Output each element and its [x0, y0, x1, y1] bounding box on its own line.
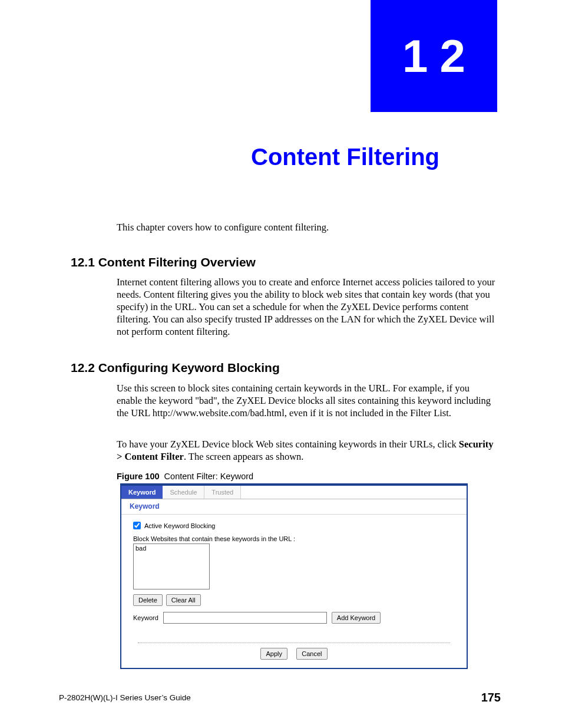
- section-body-12-2b: To have your ZyXEL Device block Web site…: [117, 438, 497, 463]
- figure-caption: Figure 100 Content Filter: Keyword: [117, 472, 253, 481]
- tab-bar: Keyword Schedule Trusted: [121, 486, 467, 499]
- text-suffix: . The screen appears as shown.: [184, 451, 304, 462]
- chapter-number-block: 12: [371, 0, 497, 112]
- action-row: Apply Cancel: [121, 643, 467, 668]
- chapter-title: Content Filtering: [0, 144, 501, 170]
- apply-button[interactable]: Apply: [260, 648, 287, 660]
- panel-body: Active Keyword Blocking Block Websites t…: [121, 515, 467, 631]
- figure-caption-text: Content Filter: Keyword: [164, 472, 254, 481]
- block-description: Block Websites that contain these keywor…: [133, 535, 455, 542]
- chapter-number: 12: [391, 29, 477, 83]
- section-heading-12-2: 12.2 Configuring Keyword Blocking: [71, 361, 280, 375]
- keyword-input-row: Keyword Add Keyword: [133, 612, 455, 624]
- keyword-input-label: Keyword: [133, 614, 158, 621]
- active-keyword-label: Active Keyword Blocking: [144, 522, 215, 529]
- chapter-intro: This chapter covers how to configure con…: [117, 221, 494, 233]
- tab-keyword[interactable]: Keyword: [121, 486, 163, 499]
- list-item[interactable]: bad: [135, 545, 207, 552]
- keyword-input[interactable]: [163, 612, 327, 624]
- text-prefix: To have your ZyXEL Device block Web site…: [117, 439, 459, 450]
- clear-all-button[interactable]: Clear All: [166, 594, 201, 606]
- active-keyword-row: Active Keyword Blocking: [133, 522, 455, 529]
- add-keyword-button[interactable]: Add Keyword: [332, 612, 381, 624]
- screenshot-content-filter: Keyword Schedule Trusted Keyword Active …: [120, 483, 468, 669]
- section-heading-12-1: 12.1 Content Filtering Overview: [71, 255, 256, 269]
- section-body-12-2a: Use this screen to block sites containin…: [117, 382, 497, 419]
- tab-trusted[interactable]: Trusted: [204, 486, 241, 499]
- active-keyword-checkbox[interactable]: [133, 522, 141, 529]
- keyword-listbox[interactable]: bad: [133, 543, 210, 589]
- delete-button[interactable]: Delete: [133, 594, 163, 606]
- figure-label: Figure 100: [117, 472, 160, 481]
- panel-title: Keyword: [121, 499, 467, 515]
- section-body-12-1: Internet content filtering allows you to…: [117, 276, 497, 338]
- footer-guide-name: P-2802H(W)(L)-I Series User’s Guide: [59, 693, 191, 702]
- cancel-button[interactable]: Cancel: [296, 648, 327, 660]
- tab-schedule[interactable]: Schedule: [163, 486, 204, 499]
- footer-page-number: 175: [481, 691, 501, 704]
